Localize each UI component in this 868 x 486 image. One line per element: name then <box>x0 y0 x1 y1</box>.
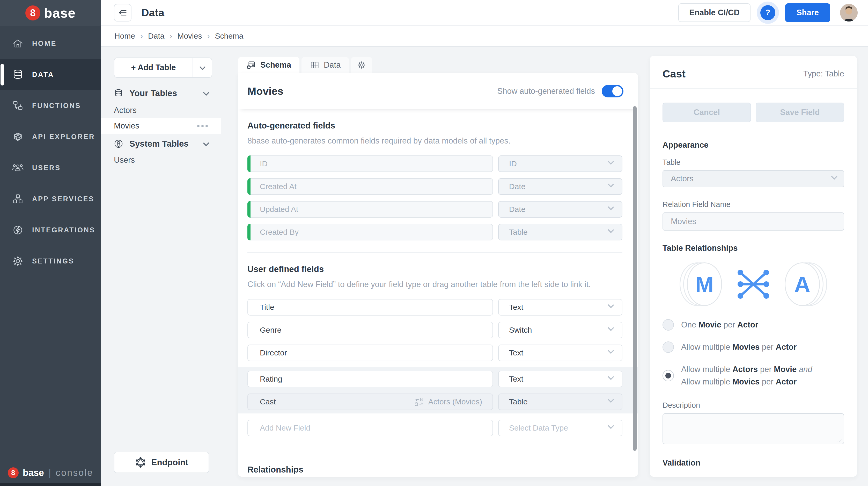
breadcrumb-movies[interactable]: Movies <box>177 32 202 40</box>
home-icon <box>12 37 24 50</box>
field-type-select[interactable]: Table <box>498 224 622 240</box>
table-relation-icon <box>414 397 424 407</box>
sidebar-item-data[interactable]: DATA <box>0 59 101 90</box>
radio-button-selected[interactable] <box>662 370 674 381</box>
system-tables-label: System Tables <box>129 139 189 149</box>
header-actions: Enable CI/CD ? Share <box>678 3 858 22</box>
add-new-field-row: Add New Field Select Data Type <box>247 420 622 436</box>
relation-field-name-label: Relation Field Name <box>662 200 844 209</box>
field-type: ID <box>509 159 517 168</box>
field-name-input[interactable]: Genre <box>247 322 493 338</box>
database-icon <box>113 88 124 98</box>
breadcrumb-home[interactable]: Home <box>114 32 135 40</box>
sidebar-item-functions[interactable]: FUNCTIONS <box>0 90 101 121</box>
field-inspector: Cast Type: Table Cancel Save Field Appea… <box>650 56 857 477</box>
system-tables-header[interactable]: System Tables <box>101 136 221 151</box>
table-item-actors[interactable]: Actors <box>101 103 221 118</box>
field-type: Text <box>509 303 523 312</box>
endpoint-label: Endpoint <box>151 458 188 467</box>
field-name-input[interactable]: Created By <box>247 224 493 240</box>
app-logo[interactable]: 8 base <box>0 0 101 26</box>
table-select-value: Actors <box>671 174 693 183</box>
breadcrumb-schema[interactable]: Schema <box>215 32 243 40</box>
field-name: Created By <box>260 228 299 236</box>
settings-gear-icon <box>12 255 24 267</box>
field-type: Text <box>509 348 523 357</box>
field-name-input[interactable]: Updated At <box>247 201 493 218</box>
help-button[interactable]: ? <box>760 5 775 20</box>
sidebar-item-home[interactable]: HOME <box>0 28 101 59</box>
movies-table-icon: M <box>683 262 722 306</box>
users-icon <box>12 162 24 174</box>
field-type-select[interactable]: Date <box>498 201 622 218</box>
system-8base-icon <box>113 139 124 149</box>
field-name-input[interactable]: Rating <box>247 371 493 387</box>
radio-button[interactable] <box>662 319 674 331</box>
tab-schema-label: Schema <box>260 60 291 70</box>
scrollbar[interactable] <box>633 106 637 451</box>
sidebar-item-app-services[interactable]: APP SERVICES <box>0 183 101 215</box>
save-field-button[interactable]: Save Field <box>756 103 844 122</box>
auto-field-row: Created By Table <box>247 224 622 240</box>
add-new-field-input[interactable]: Add New Field <box>247 420 493 436</box>
your-tables-header[interactable]: Your Tables <box>101 85 221 101</box>
chevron-down-icon <box>608 204 614 210</box>
user-avatar[interactable] <box>840 4 858 22</box>
field-type: Date <box>509 182 525 191</box>
add-table-dropdown[interactable] <box>192 58 212 77</box>
tab-schema[interactable]: Schema <box>238 57 300 73</box>
chevron-down-icon <box>203 89 209 95</box>
collapse-sidebar-button[interactable] <box>114 4 131 22</box>
radio-label: Allow multiple Movies per Actor <box>681 341 797 353</box>
more-options-icon[interactable] <box>197 125 208 127</box>
radio-button[interactable] <box>662 341 674 353</box>
sidebar-item-integrations[interactable]: INTEGRATIONS <box>0 215 101 246</box>
cancel-button[interactable]: Cancel <box>662 103 751 122</box>
field-type: Table <box>509 397 528 406</box>
sidebar-item-settings[interactable]: SETTINGS <box>0 246 101 277</box>
sidebar-item-users[interactable]: USERS <box>0 152 101 183</box>
field-name-input[interactable]: Created At <box>247 178 493 195</box>
avatar-image <box>840 4 858 22</box>
enable-cicd-button[interactable]: Enable CI/CD <box>678 3 750 22</box>
sidebar-item-api-explorer[interactable]: API EXPLORER <box>0 121 101 152</box>
field-type-select[interactable]: ID <box>498 155 622 172</box>
endpoint-button[interactable]: Endpoint <box>114 452 209 473</box>
data-table-icon <box>310 60 320 70</box>
field-name-input[interactable]: Cast Actors (Movies) <box>247 394 493 410</box>
schema-card-header: Movies Show auto-generated fields <box>238 73 638 109</box>
field-name-input[interactable]: ID <box>247 155 493 172</box>
description-label: Description <box>662 401 844 409</box>
share-button[interactable]: Share <box>785 3 830 22</box>
field-type-select[interactable]: Text <box>498 299 622 316</box>
field-name-input[interactable]: Director <box>247 345 493 361</box>
chevron-down-icon <box>608 181 614 188</box>
field-type-select[interactable]: Switch <box>498 322 622 338</box>
breadcrumb-data[interactable]: Data <box>148 32 164 40</box>
tab-table-settings[interactable] <box>351 57 372 73</box>
chevron-down-icon <box>608 397 614 403</box>
breadcrumb-separator: › <box>207 32 210 40</box>
table-select[interactable]: Actors <box>662 170 844 187</box>
collapse-sidebar-icon <box>118 7 128 18</box>
add-table-button[interactable]: + Add Table <box>114 58 212 78</box>
select-data-type-select[interactable]: Select Data Type <box>498 420 622 436</box>
field-type-select[interactable]: Text <box>498 371 622 387</box>
table-item-users[interactable]: Users <box>101 152 221 168</box>
api-explorer-icon <box>12 131 24 143</box>
relation-field-name-input[interactable]: Movies <box>662 212 844 231</box>
table-item-label: Movies <box>114 121 139 131</box>
field-type-select[interactable]: Date <box>498 178 622 195</box>
main-area: Data Enable CI/CD ? Share Home › Data › … <box>101 0 868 486</box>
table-item-movies[interactable]: Movies <box>101 118 221 134</box>
field-type-select[interactable]: Table <box>498 394 622 410</box>
actors-table-icon: A <box>785 262 824 306</box>
field-type-select[interactable]: Text <box>498 345 622 361</box>
description-textarea[interactable] <box>662 413 844 444</box>
toggle-knob <box>612 86 622 96</box>
show-auto-fields-toggle[interactable] <box>602 85 623 97</box>
radio-label: Allow multiple Actors per Movie and Allo… <box>681 363 812 388</box>
tab-data[interactable]: Data <box>302 57 349 73</box>
field-name-input[interactable]: Title <box>247 299 493 316</box>
field-name: Rating <box>260 375 282 383</box>
